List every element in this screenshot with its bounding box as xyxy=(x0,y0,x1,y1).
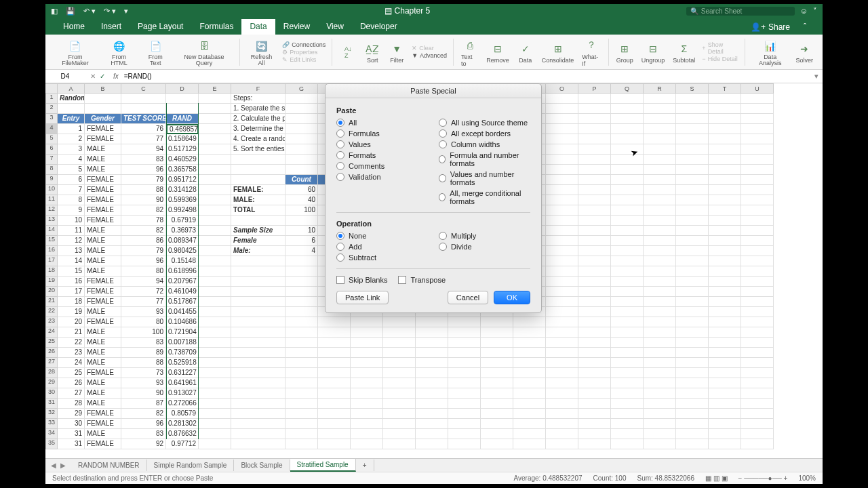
cell[interactable] xyxy=(644,175,676,185)
cell[interactable] xyxy=(285,297,318,307)
cell[interactable]: MALE xyxy=(85,144,121,155)
cell[interactable] xyxy=(709,195,741,205)
cell[interactable] xyxy=(578,297,611,307)
cell[interactable] xyxy=(231,399,285,409)
cell[interactable] xyxy=(199,399,231,409)
row-header[interactable]: 1 xyxy=(45,94,58,104)
cell[interactable]: 60 xyxy=(285,185,318,195)
cell[interactable]: Entry xyxy=(58,114,85,124)
tab-formulas[interactable]: Formulas xyxy=(191,19,241,35)
cell[interactable] xyxy=(644,307,676,317)
cell[interactable] xyxy=(644,226,676,236)
cell[interactable] xyxy=(578,114,611,124)
cell[interactable] xyxy=(448,419,481,429)
cell[interactable] xyxy=(644,104,676,114)
cell[interactable]: 0.97712 xyxy=(166,439,199,449)
cell[interactable] xyxy=(546,429,578,439)
cell[interactable] xyxy=(416,348,448,358)
cell[interactable] xyxy=(709,338,741,348)
cell[interactable]: 83 xyxy=(121,429,166,439)
cell[interactable] xyxy=(546,165,578,175)
row-header[interactable]: 14 xyxy=(45,226,58,236)
cell[interactable]: 0.992498 xyxy=(166,205,199,216)
cell[interactable] xyxy=(709,419,741,429)
qat-more-icon[interactable]: ▾ xyxy=(124,7,128,16)
cell[interactable] xyxy=(285,134,318,144)
cell[interactable] xyxy=(709,287,741,297)
cell[interactable] xyxy=(578,185,611,195)
cell[interactable] xyxy=(351,439,383,449)
cell[interactable] xyxy=(709,388,741,399)
transpose-checkbox[interactable]: Transpose xyxy=(398,276,446,284)
cell[interactable] xyxy=(676,378,709,388)
row-header[interactable]: 34 xyxy=(45,429,58,439)
cell[interactable] xyxy=(351,368,383,378)
cell[interactable]: FEMALE xyxy=(85,205,121,216)
cell[interactable]: 77 xyxy=(121,134,166,144)
smiley-icon[interactable]: ☺ xyxy=(800,7,808,15)
cell[interactable] xyxy=(448,409,481,419)
cell[interactable] xyxy=(199,205,231,216)
view-buttons[interactable]: ▦ ▥ ▣ xyxy=(705,474,728,482)
cell[interactable] xyxy=(546,94,578,104)
row-header[interactable]: 35 xyxy=(45,439,58,449)
cell[interactable] xyxy=(578,317,611,327)
sort-button[interactable]: A̲Z̲Sort xyxy=(361,36,383,68)
cell[interactable] xyxy=(546,439,578,449)
cell[interactable] xyxy=(199,185,231,195)
connections-button[interactable]: 🔗 Connections xyxy=(282,41,326,48)
cell[interactable]: 88 xyxy=(121,358,166,368)
cell[interactable]: 93 xyxy=(121,378,166,388)
cell[interactable] xyxy=(383,358,416,368)
refresh-all-button[interactable]: 🔄Refresh All xyxy=(245,36,278,68)
cell[interactable] xyxy=(416,378,448,388)
cell[interactable]: 2. Calculate the proportion of each xyxy=(231,114,285,124)
cell[interactable]: 4. Create a random number for ea xyxy=(231,134,285,144)
paste-link-button[interactable]: Paste Link xyxy=(336,291,389,304)
cell[interactable]: 0.631227 xyxy=(166,368,199,378)
cell[interactable]: 96 xyxy=(121,256,166,266)
cell[interactable] xyxy=(546,256,578,266)
cell[interactable]: 0.67919 xyxy=(166,216,199,226)
cell[interactable] xyxy=(709,205,741,216)
radio-all[interactable]: All xyxy=(336,119,428,127)
cell[interactable]: 93 xyxy=(121,307,166,317)
zoom-slider[interactable]: − ─────●── + xyxy=(738,474,788,482)
col-header[interactable]: T xyxy=(709,83,741,94)
cell[interactable]: MALE xyxy=(85,155,121,165)
cell[interactable]: MALE xyxy=(85,226,121,236)
cell[interactable] xyxy=(546,307,578,317)
cell[interactable] xyxy=(578,419,611,429)
row-header[interactable]: 12 xyxy=(45,205,58,216)
cell[interactable] xyxy=(231,175,285,185)
cell[interactable] xyxy=(199,388,231,399)
cell[interactable] xyxy=(741,439,774,449)
cell[interactable] xyxy=(351,358,383,368)
cell[interactable]: Male: xyxy=(231,246,285,256)
cell[interactable]: 4 xyxy=(58,155,85,165)
cell[interactable] xyxy=(318,348,351,358)
cell[interactable] xyxy=(481,378,513,388)
cell[interactable] xyxy=(166,94,199,104)
cell[interactable] xyxy=(644,439,676,449)
radio-formula-and-number-formats[interactable]: Formula and number formats xyxy=(439,151,530,167)
cell[interactable] xyxy=(578,399,611,409)
cell[interactable] xyxy=(231,327,285,338)
cell[interactable] xyxy=(383,338,416,348)
row-header[interactable]: 5 xyxy=(45,134,58,144)
row-header[interactable]: 26 xyxy=(45,348,58,358)
cell[interactable] xyxy=(546,134,578,144)
cell[interactable]: MALE xyxy=(85,165,121,175)
cell[interactable] xyxy=(644,378,676,388)
cell[interactable] xyxy=(611,266,644,277)
cell[interactable] xyxy=(611,195,644,205)
cell[interactable] xyxy=(448,429,481,439)
cell[interactable] xyxy=(578,195,611,205)
cell[interactable] xyxy=(741,327,774,338)
cell[interactable] xyxy=(448,388,481,399)
cell[interactable] xyxy=(644,185,676,195)
cell[interactable]: 90 xyxy=(121,388,166,399)
cell[interactable] xyxy=(448,358,481,368)
cell[interactable] xyxy=(644,297,676,307)
radio-all,-merge-conditional-formats[interactable]: All, merge conditional formats xyxy=(439,189,530,205)
